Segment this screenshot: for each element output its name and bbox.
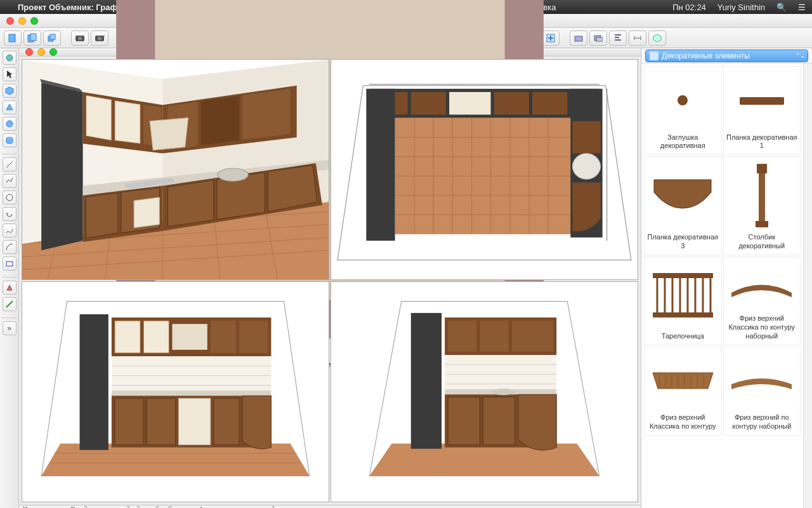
svg-rect-106 <box>239 321 268 353</box>
tool-polyline-icon[interactable] <box>3 174 16 188</box>
library-item[interactable]: Заглушка декоративная <box>644 66 722 155</box>
svg-rect-100 <box>80 314 108 450</box>
svg-marker-65 <box>167 180 213 226</box>
library-item-label: Фриз верхний Классика по контуру наборны… <box>725 314 799 340</box>
command-input[interactable] <box>70 505 637 508</box>
svg-point-30 <box>6 121 13 127</box>
library-category-select[interactable]: Декоративные элементы ⌃⌄ <box>645 50 808 62</box>
library-item-label: Фриз верхний Классика по контуру <box>646 413 720 431</box>
library-item[interactable]: Планка декоративная 1 <box>723 66 801 155</box>
svg-marker-51 <box>115 100 140 144</box>
svg-rect-111 <box>112 391 272 396</box>
tool-extrude-icon[interactable] <box>3 281 16 295</box>
svg-point-29 <box>6 55 13 61</box>
tool-rect-icon[interactable] <box>3 257 16 271</box>
svg-rect-87 <box>449 92 490 115</box>
svg-rect-102 <box>115 321 140 353</box>
tool-arc-icon[interactable] <box>3 240 16 254</box>
tool-rotate-icon[interactable] <box>3 207 16 221</box>
svg-marker-47 <box>41 83 82 251</box>
viewport-3d[interactable] <box>22 59 329 280</box>
notification-center-icon[interactable]: ☰ <box>798 3 806 12</box>
svg-rect-135 <box>757 164 767 173</box>
library-item-label: Тарелочница <box>662 332 704 341</box>
svg-rect-136 <box>759 173 765 221</box>
viewport-top[interactable] <box>331 59 638 280</box>
folder-icon <box>650 51 658 60</box>
viewport-side[interactable] <box>331 281 638 502</box>
library-item[interactable]: Столбик декоративный <box>723 156 801 255</box>
library-item-label: Заглушка декоративная <box>646 133 720 151</box>
svg-marker-60 <box>86 193 118 238</box>
library-panel: Декоративные элементы ⌃⌄ Заглушка декора… <box>641 48 812 508</box>
library-item-label: Столбик декоративный <box>725 233 799 251</box>
svg-rect-104 <box>172 324 207 350</box>
library-item-label: Фриз верхний по контуру наборный <box>725 413 799 431</box>
svg-rect-86 <box>411 92 446 115</box>
svg-rect-91 <box>572 121 600 154</box>
svg-point-132 <box>492 389 515 395</box>
toolbar-cube3-icon[interactable] <box>648 30 666 46</box>
main-window: Проект Объемник: Графический редактор + <box>0 14 812 508</box>
svg-rect-115 <box>179 398 211 444</box>
svg-rect-138 <box>653 273 713 278</box>
library-item[interactable]: Фриз верхний по контуру наборный <box>723 347 801 436</box>
tool-more-icon[interactable]: » <box>3 321 16 335</box>
tool-sphere-icon[interactable] <box>3 51 16 65</box>
document-area: Чертеж '/Users/yuriy/Documents/Mebel/Про… <box>19 48 641 508</box>
tool-circle-icon[interactable] <box>3 190 16 204</box>
svg-rect-116 <box>214 398 239 444</box>
command-label: Команда: <box>23 505 56 508</box>
svg-rect-134 <box>740 97 784 105</box>
svg-rect-124 <box>445 355 556 391</box>
svg-point-68 <box>218 168 248 181</box>
svg-rect-130 <box>448 397 480 444</box>
library-item[interactable]: Тарелочница <box>644 257 722 345</box>
library-category-label: Декоративные элементы <box>662 51 750 60</box>
library-item-label: Планка декоративная 3 <box>646 233 720 251</box>
tool-line-icon[interactable] <box>3 157 16 171</box>
command-bar: Команда: ▾ <box>19 505 641 508</box>
tool-spline-icon[interactable] <box>3 224 16 237</box>
close-window-button[interactable] <box>6 17 14 25</box>
svg-rect-93 <box>366 89 395 241</box>
library-item-label: Планка декоративная 1 <box>725 133 799 151</box>
svg-point-133 <box>678 95 688 105</box>
tool-measure-icon[interactable] <box>3 297 16 311</box>
chevron-updown-icon: ⌃⌄ <box>795 52 805 59</box>
svg-rect-119 <box>411 313 442 449</box>
svg-rect-88 <box>494 92 529 115</box>
svg-rect-33 <box>6 262 13 266</box>
library-item[interactable]: Фриз верхний Классика по контуру <box>644 347 722 436</box>
svg-point-92 <box>572 154 600 180</box>
svg-marker-50 <box>86 95 112 140</box>
tool-cylinder-icon[interactable] <box>3 133 16 147</box>
svg-rect-114 <box>147 398 175 444</box>
menubar-clock: Пн 02:24 <box>672 3 706 12</box>
svg-rect-103 <box>143 321 169 353</box>
library-item[interactable]: Фриз верхний Классика по контуру наборны… <box>723 257 801 345</box>
left-toolbar: » <box>0 48 19 508</box>
svg-marker-55 <box>201 96 239 145</box>
svg-rect-107 <box>112 356 272 392</box>
library-scrollbar[interactable] <box>803 64 812 508</box>
svg-marker-57 <box>150 118 188 150</box>
tool-sphere2-icon[interactable] <box>3 117 16 131</box>
svg-rect-121 <box>448 321 476 352</box>
tool-select-icon[interactable] <box>3 67 16 81</box>
tool-box-icon[interactable] <box>3 84 16 98</box>
svg-rect-122 <box>480 321 508 352</box>
svg-rect-139 <box>653 312 713 318</box>
viewport-front[interactable] <box>22 281 329 502</box>
library-item[interactable]: Планка декоративная 3 <box>644 156 722 255</box>
svg-rect-123 <box>512 321 553 352</box>
tool-cone-icon[interactable] <box>3 100 16 114</box>
menubar-user[interactable]: Yuriy Sinithin <box>717 3 765 12</box>
spotlight-icon[interactable]: 🔍 <box>776 3 787 12</box>
svg-point-32 <box>6 194 13 201</box>
svg-marker-118 <box>369 444 599 476</box>
document-titlebar: Чертеж '/Users/yuriy/Documents/Mebel/Про… <box>19 48 641 57</box>
svg-marker-56 <box>242 89 290 140</box>
svg-rect-1 <box>9 34 15 42</box>
library-items-grid[interactable]: Заглушка декоративная Планка декоративна… <box>641 64 803 508</box>
